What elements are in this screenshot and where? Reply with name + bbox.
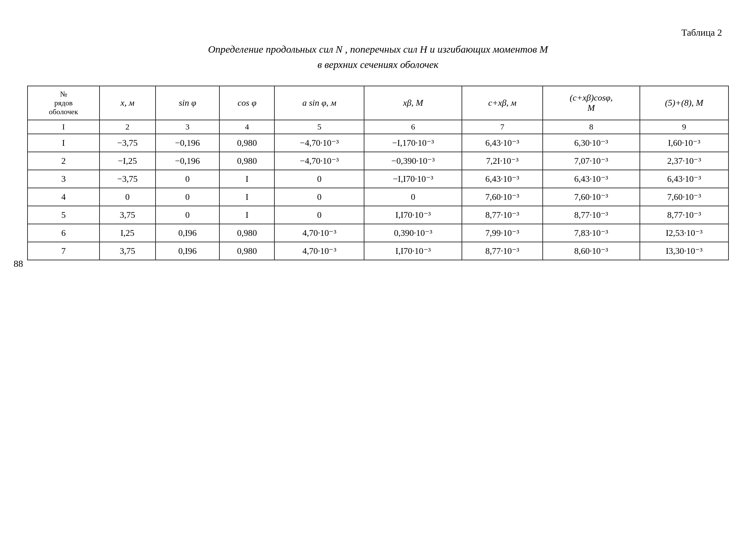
col-header-3: sin φ xyxy=(156,86,220,120)
table-row: I−3,75−0,1960,980−4,70·10⁻³−I,170·10⁻³6,… xyxy=(28,134,728,152)
cell-1-6: −I,170·10⁻³ xyxy=(364,134,462,152)
cell-6-4: 0,980 xyxy=(219,224,274,242)
col-header-1: №рядовоболочек xyxy=(28,86,100,120)
page-number-left: 88 xyxy=(14,258,23,269)
cell-1-1: I xyxy=(28,134,100,152)
cell-4-2: 0 xyxy=(100,188,156,206)
cell-3-3: 0 xyxy=(156,170,220,188)
cell-3-2: −3,75 xyxy=(100,170,156,188)
cell-3-8: 6,43·10⁻³ xyxy=(543,170,640,188)
main-table: №рядовоболочек x, м sin φ cos φ a sin φ,… xyxy=(27,86,729,260)
cell-1-7: 6,43·10⁻³ xyxy=(462,134,542,152)
cell-1-2: −3,75 xyxy=(100,134,156,152)
cell-4-4: I xyxy=(219,188,274,206)
cell-4-7: 7,60·10⁻³ xyxy=(462,188,542,206)
cell-4-3: 0 xyxy=(156,188,220,206)
cell-5-1: 5 xyxy=(28,206,100,224)
col-header-5: a sin φ, м xyxy=(274,86,364,120)
table-row: 53,750I0I,I70·10⁻³8,77·10⁻³8,77·10⁻³8,77… xyxy=(28,206,728,224)
cell-5-9: 8,77·10⁻³ xyxy=(640,206,728,224)
cell-4-5: 0 xyxy=(274,188,364,206)
cell-3-1: 3 xyxy=(28,170,100,188)
cell-3-6: −I,I70·10⁻³ xyxy=(364,170,462,188)
cell-6-1: 6 xyxy=(28,224,100,242)
cell-5-8: 8,77·10⁻³ xyxy=(543,206,640,224)
cell-2-8: 7,07·10⁻³ xyxy=(543,152,640,170)
cell-2-5: −4,70·10⁻³ xyxy=(274,152,364,170)
cell-6-6: 0,390·10⁻³ xyxy=(364,224,462,242)
cell-7-8: 8,60·10⁻³ xyxy=(543,242,640,260)
cell-6-2: I,25 xyxy=(100,224,156,242)
cell-6-7: 7,99·10⁻³ xyxy=(462,224,542,242)
cell-6-9: I2,53·10⁻³ xyxy=(640,224,728,242)
cell-7-5: 4,70·10⁻³ xyxy=(274,242,364,260)
col-number-row: I23456789 xyxy=(28,120,728,134)
cell-4-9: 7,60·10⁻³ xyxy=(640,188,728,206)
cell-2-9: 2,37·10⁻³ xyxy=(640,152,728,170)
cell-7-9: I3,30·10⁻³ xyxy=(640,242,728,260)
table-row: 73,750,I960,9804,70·10⁻³I,I70·10⁻³8,77·1… xyxy=(28,242,728,260)
col-header-8: (c+xβ)cosφ,М xyxy=(543,86,640,120)
cell-2-2: −I,25 xyxy=(100,152,156,170)
col-header-9: (5)+(8), М xyxy=(640,86,728,120)
cell-1-5: −4,70·10⁻³ xyxy=(274,134,364,152)
table-row: 400I007,60·10⁻³7,60·10⁻³7,60·10⁻³ xyxy=(28,188,728,206)
table-row: 6I,250,I960,9804,70·10⁻³0,390·10⁻³7,99·1… xyxy=(28,224,728,242)
col-header-2: x, м xyxy=(100,86,156,120)
table-row: 2−I,25−0,1960,980−4,70·10⁻³−0,390·10⁻³7,… xyxy=(28,152,728,170)
cell-3-5: 0 xyxy=(274,170,364,188)
cell-7-1: 7 xyxy=(28,242,100,260)
cell-7-3: 0,I96 xyxy=(156,242,220,260)
cell-3-9: 6,43·10⁻³ xyxy=(640,170,728,188)
header-row: №рядовоболочек x, м sin φ cos φ a sin φ,… xyxy=(28,86,728,120)
col-header-4: cos φ xyxy=(219,86,274,120)
cell-2-3: −0,196 xyxy=(156,152,220,170)
cell-1-8: 6,30·10⁻³ xyxy=(543,134,640,152)
col-header-6: xβ, М xyxy=(364,86,462,120)
cell-7-6: I,I70·10⁻³ xyxy=(364,242,462,260)
cell-1-4: 0,980 xyxy=(219,134,274,152)
cell-1-3: −0,196 xyxy=(156,134,220,152)
cell-4-6: 0 xyxy=(364,188,462,206)
cell-4-1: 4 xyxy=(28,188,100,206)
cell-3-4: I xyxy=(219,170,274,188)
cell-5-2: 3,75 xyxy=(100,206,156,224)
cell-6-8: 7,83·10⁻³ xyxy=(543,224,640,242)
cell-6-3: 0,I96 xyxy=(156,224,220,242)
cell-7-4: 0,980 xyxy=(219,242,274,260)
table-row: 3−3,750I0−I,I70·10⁻³6,43·10⁻³6,43·10⁻³6,… xyxy=(28,170,728,188)
cell-5-3: 0 xyxy=(156,206,220,224)
cell-7-2: 3,75 xyxy=(100,242,156,260)
cell-3-7: 6,43·10⁻³ xyxy=(462,170,542,188)
cell-2-4: 0,980 xyxy=(219,152,274,170)
main-title: Определение продольных сил N , поперечны… xyxy=(27,41,729,72)
table-label: Таблица 2 xyxy=(27,27,729,38)
cell-4-8: 7,60·10⁻³ xyxy=(543,188,640,206)
cell-7-7: 8,77·10⁻³ xyxy=(462,242,542,260)
cell-2-1: 2 xyxy=(28,152,100,170)
cell-5-6: I,I70·10⁻³ xyxy=(364,206,462,224)
col-header-7: c+xβ, м xyxy=(462,86,542,120)
cell-5-7: 8,77·10⁻³ xyxy=(462,206,542,224)
cell-2-7: 7,2I·10⁻³ xyxy=(462,152,542,170)
cell-2-6: −0,390·10⁻³ xyxy=(364,152,462,170)
cell-5-5: 0 xyxy=(274,206,364,224)
cell-5-4: I xyxy=(219,206,274,224)
cell-6-5: 4,70·10⁻³ xyxy=(274,224,364,242)
cell-1-9: I,60·10⁻³ xyxy=(640,134,728,152)
